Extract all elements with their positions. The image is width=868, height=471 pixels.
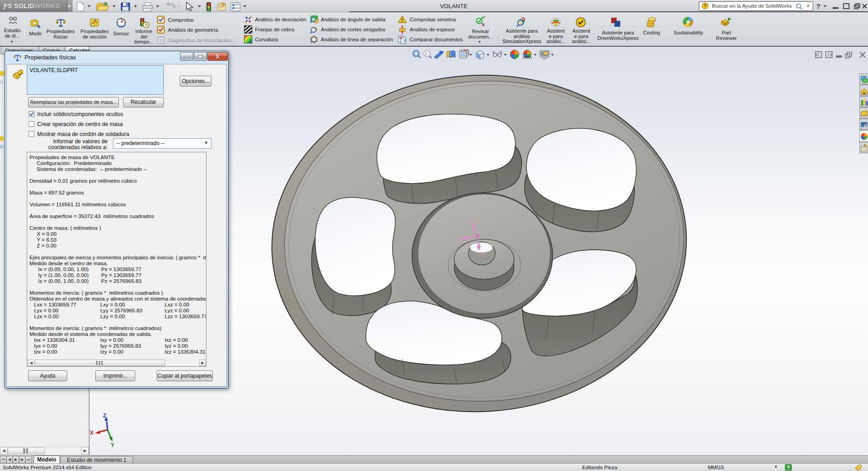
- svg-text:X: X: [90, 430, 93, 436]
- svg-text:?: ?: [816, 2, 820, 10]
- svg-text:?: ?: [403, 39, 406, 43]
- svg-text:lx: lx: [471, 219, 475, 224]
- svg-text:lz: lz: [481, 251, 484, 256]
- svg-text:Y: Y: [111, 442, 114, 448]
- svg-text:Z: Z: [103, 413, 106, 419]
- svg-text:ly: ly: [457, 236, 461, 242]
- svg-text:!: !: [426, 52, 427, 56]
- svg-text:?: ?: [704, 3, 707, 9]
